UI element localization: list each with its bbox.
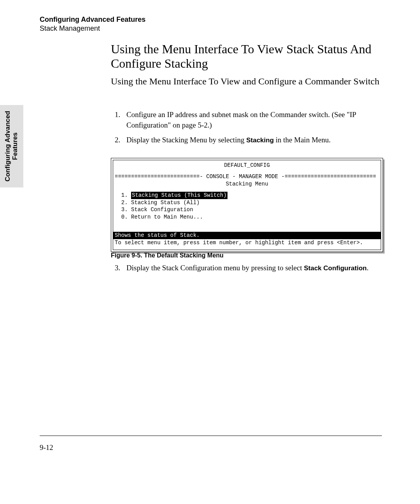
step-3-wrap: 3. Display the Stack Configuration menu … <box>115 263 383 278</box>
terminal-item-0-text: 0. Return to Main Menu... <box>121 214 203 220</box>
terminal-item-3: 3. Stack Configuration <box>113 206 381 214</box>
section-heading: Using the Menu Interface To View Stack S… <box>111 42 383 71</box>
side-tab: Configuring Advanced Features <box>0 105 23 187</box>
terminal-blank4 <box>113 247 381 249</box>
terminal-rule-mid: CONSOLE - MANAGER MODE <box>206 173 278 180</box>
terminal-item-0: 0. Return to Main Menu... <box>113 214 381 221</box>
step-2-text: Display the Stacking Menu by selecting S… <box>126 135 383 145</box>
terminal-rule: ==========================- CONSOLE - MA… <box>113 173 381 180</box>
terminal-item-2: 2. Stacking Status (All) <box>113 199 381 206</box>
terminal-item-3-text: 3. Stack Configuration <box>121 206 193 213</box>
terminal-rule-left: ==========================- <box>115 173 206 180</box>
terminal-status-bar: Shows the status of Stack. <box>113 232 381 239</box>
step-2-pre: Display the Stacking Menu by selecting <box>126 136 246 144</box>
terminal-blank <box>113 169 381 173</box>
running-header: Configuring Advanced Features Stack Mana… <box>40 16 145 33</box>
terminal-rule-right: -============================ <box>278 173 376 180</box>
step-2-num: 2. <box>115 135 126 145</box>
step-3-num: 3. <box>115 263 126 273</box>
footer-rule <box>40 436 382 436</box>
terminal-inner: DEFAULT_CONFIG =========================… <box>113 160 381 250</box>
terminal-hint: To select menu item, press item number, … <box>113 239 381 247</box>
terminal-title: DEFAULT_CONFIG <box>113 162 381 169</box>
step-3-text: Display the Stack Configuration menu by … <box>126 263 383 273</box>
step-1-text: Configure an IP address and subnet mask … <box>126 110 383 130</box>
terminal-submenu: Stacking Menu <box>113 180 381 188</box>
terminal-item-1: 1. Stacking Status (This Switch) <box>113 192 381 199</box>
page: Configuring Advanced Features Configurin… <box>0 0 420 504</box>
ordered-steps: 1. Configure an IP address and subnet ma… <box>115 110 383 150</box>
step-1-num: 1. <box>115 110 126 130</box>
step-2: 2. Display the Stacking Menu by selectin… <box>115 135 383 145</box>
terminal-blank2 <box>113 188 381 192</box>
terminal-item-1-num: 1. <box>121 192 128 198</box>
side-tab-line2: Features <box>12 111 19 182</box>
step-1: 1. Configure an IP address and subnet ma… <box>115 110 383 130</box>
step-2-post: in the Main Menu. <box>274 136 331 144</box>
terminal-item-2-text: 2. Stacking Status (All) <box>121 200 200 206</box>
page-number: 9-12 <box>40 443 53 452</box>
step-3-bold: Stack Configuration <box>304 264 367 272</box>
step-3-pre: Display the Stack Configuration menu by … <box>126 264 304 272</box>
step-3-post: . <box>367 264 369 272</box>
terminal-item-1-selected: Stacking Status (This Switch) <box>131 192 228 199</box>
h2-text: Using the Menu Interface To View and Con… <box>111 76 383 87</box>
h1-text: Using the Menu Interface To View Stack S… <box>111 42 383 71</box>
header-title: Configuring Advanced Features <box>40 16 145 24</box>
figure-caption: Figure 9-5. The Default Stacking Menu <box>111 252 224 259</box>
subsection-heading: Using the Menu Interface To View and Con… <box>111 76 383 87</box>
terminal-blank3 <box>113 221 381 232</box>
header-subtitle: Stack Management <box>40 24 145 33</box>
step-3: 3. Display the Stack Configuration menu … <box>115 263 383 273</box>
step-2-bold: Stacking <box>246 136 274 144</box>
terminal-screenshot: DEFAULT_CONFIG =========================… <box>111 158 383 252</box>
side-tab-text: Configuring Advanced Features <box>4 111 19 182</box>
side-tab-line1: Configuring Advanced <box>4 111 11 182</box>
